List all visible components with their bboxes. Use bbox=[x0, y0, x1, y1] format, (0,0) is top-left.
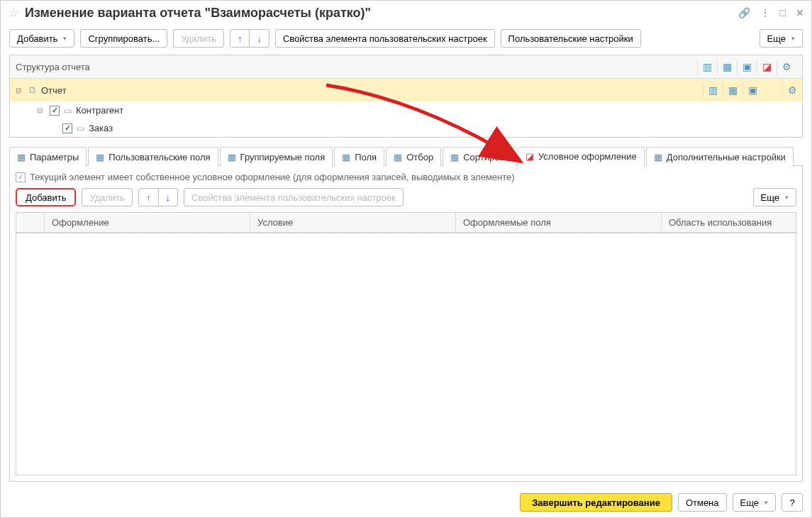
grouping-icon: ▭ bbox=[64, 106, 72, 116]
footer: Завершить редактирование Отмена Еще ? bbox=[1, 487, 811, 517]
delete-format-button: Удалить bbox=[82, 188, 133, 206]
menu-icon[interactable]: ⋮ bbox=[760, 7, 770, 18]
structure-tool-1-icon[interactable]: ▥ bbox=[697, 59, 717, 75]
structure-tree: ⊟ 🗋 Отчет ▥ ▦ ▣ ◪ ⚙ ⊟ ✓ ▭ Контрагент bbox=[10, 79, 802, 137]
own-format-label: Текущий элемент имеет собственное условн… bbox=[30, 172, 515, 182]
own-format-checkbox-row[interactable]: ✓ Текущий элемент имеет собственное усло… bbox=[16, 172, 796, 182]
tree-row[interactable]: ✓ ▭ Заказ bbox=[10, 119, 802, 137]
link-icon[interactable]: 🔗 bbox=[738, 7, 750, 18]
arrow-up-icon: ↑ bbox=[146, 192, 151, 203]
finish-button[interactable]: Завершить редактирование bbox=[520, 493, 672, 512]
structure-panel: Структура отчета ▥ ▦ ▣ ◪ ⚙ ⊟ 🗋 Отчет ▥ ▦… bbox=[9, 55, 803, 138]
tab-additional[interactable]: ▦Дополнительные настройки bbox=[646, 147, 794, 166]
arrow-down-icon: ↓ bbox=[257, 33, 262, 44]
grouping-icon: ▭ bbox=[77, 123, 84, 133]
group-button[interactable]: Сгруппировать... bbox=[80, 29, 167, 48]
sort-icon: ▦ bbox=[450, 152, 459, 162]
row-tool-1-icon[interactable]: ▥ bbox=[703, 82, 723, 98]
user-fields-icon: ▦ bbox=[96, 152, 104, 162]
titlebar: ☆ Изменение варианта отчета "Взаиморасче… bbox=[1, 1, 811, 25]
row-tool-2-icon[interactable]: ▦ bbox=[723, 82, 743, 98]
move-down-button[interactable]: ↓ bbox=[158, 188, 179, 206]
structure-tool-2-icon[interactable]: ▦ bbox=[717, 59, 737, 75]
footer-more-button[interactable]: Еще bbox=[733, 493, 776, 512]
element-props-button[interactable]: Свойства элемента пользовательских настр… bbox=[275, 29, 495, 48]
tabs: ▦Параметры ▦Пользовательские поля ▦Групп… bbox=[9, 146, 803, 166]
cancel-button[interactable]: Отмена bbox=[678, 493, 727, 512]
close-icon[interactable]: ✕ bbox=[796, 7, 804, 18]
sub-toolbar: Добавить Удалить ↑ ↓ Свойства элемента п… bbox=[16, 188, 796, 206]
move-down-button[interactable]: ↓ bbox=[249, 29, 269, 48]
row-tool-3-icon[interactable]: ▣ bbox=[743, 82, 762, 98]
fields-icon: ▦ bbox=[342, 152, 350, 162]
tree-row[interactable]: ⊟ ✓ ▭ Контрагент bbox=[10, 101, 802, 119]
tree-root-row[interactable]: ⊟ 🗋 Отчет ▥ ▦ ▣ ◪ ⚙ bbox=[10, 79, 802, 101]
table-check-column bbox=[16, 213, 45, 232]
report-icon: 🗋 bbox=[28, 85, 37, 95]
tab-user-fields[interactable]: ▦Пользовательские поля bbox=[88, 147, 218, 166]
format-icon: ◪ bbox=[525, 151, 534, 162]
table-body-empty[interactable] bbox=[16, 233, 796, 475]
group-fields-icon: ▦ bbox=[228, 152, 236, 162]
additional-icon: ▦ bbox=[654, 152, 662, 162]
col-fields: Оформляемые поля bbox=[456, 213, 662, 232]
collapse-icon[interactable]: ⊟ bbox=[37, 106, 45, 114]
filter-icon: ▦ bbox=[394, 152, 402, 162]
col-scope: Область использования bbox=[662, 213, 796, 232]
window-title: Изменение варианта отчета "Взаиморасчеты… bbox=[25, 6, 733, 21]
user-settings-button[interactable]: Пользовательские настройки bbox=[501, 29, 641, 48]
star-icon[interactable]: ☆ bbox=[8, 5, 19, 21]
structure-tool-4-icon[interactable]: ◪ bbox=[757, 59, 777, 75]
tab-filter[interactable]: ▦Отбор bbox=[386, 147, 441, 166]
structure-tool-3-icon[interactable]: ▣ bbox=[737, 59, 757, 75]
add-button[interactable]: Добавить bbox=[9, 29, 74, 48]
collapse-icon[interactable]: ⊟ bbox=[16, 87, 24, 94]
delete-button: Удалить bbox=[173, 29, 224, 48]
checkbox-checked-icon[interactable]: ✓ bbox=[16, 172, 26, 182]
checkbox-checked-icon[interactable]: ✓ bbox=[62, 123, 72, 133]
tab-content: ✓ Текущий элемент имеет собственное усло… bbox=[9, 166, 803, 482]
tab-sort[interactable]: ▦Сортировк bbox=[443, 147, 516, 166]
tab-fields[interactable]: ▦Поля bbox=[334, 147, 384, 166]
more-button[interactable]: Еще bbox=[753, 188, 796, 206]
tree-item-label: Заказ bbox=[89, 123, 113, 133]
help-button[interactable]: ? bbox=[782, 493, 803, 512]
element-props-button: Свойства элемента пользовательских настр… bbox=[184, 188, 404, 206]
move-up-button[interactable]: ↑ bbox=[230, 29, 250, 48]
tree-root-label: Отчет bbox=[41, 85, 67, 96]
checkbox-checked-icon[interactable]: ✓ bbox=[50, 106, 60, 116]
main-toolbar: Добавить Сгруппировать... Удалить ↑ ↓ Св… bbox=[1, 25, 811, 52]
tab-conditional-format[interactable]: ◪Условное оформление bbox=[518, 147, 645, 166]
add-format-button[interactable]: Добавить bbox=[16, 188, 76, 206]
col-format: Оформление bbox=[45, 213, 250, 232]
tab-params[interactable]: ▦Параметры bbox=[9, 147, 87, 166]
move-up-button[interactable]: ↑ bbox=[138, 188, 159, 206]
more-button[interactable]: Еще bbox=[760, 29, 803, 48]
params-icon: ▦ bbox=[17, 152, 26, 162]
arrow-up-icon: ↑ bbox=[238, 33, 243, 44]
maximize-icon[interactable]: □ bbox=[780, 7, 786, 18]
tab-group-fields[interactable]: ▦Группируемые поля bbox=[220, 147, 333, 166]
row-tool-5-icon[interactable]: ⚙ bbox=[782, 82, 802, 98]
structure-tool-5-icon[interactable]: ⚙ bbox=[777, 59, 796, 75]
structure-header: Структура отчета bbox=[16, 62, 697, 72]
arrow-down-icon: ↓ bbox=[166, 192, 171, 203]
format-table: Оформление Условие Оформляемые поля Обла… bbox=[16, 212, 796, 475]
col-condition: Условие bbox=[250, 213, 456, 232]
tree-item-label: Контрагент bbox=[76, 105, 123, 116]
